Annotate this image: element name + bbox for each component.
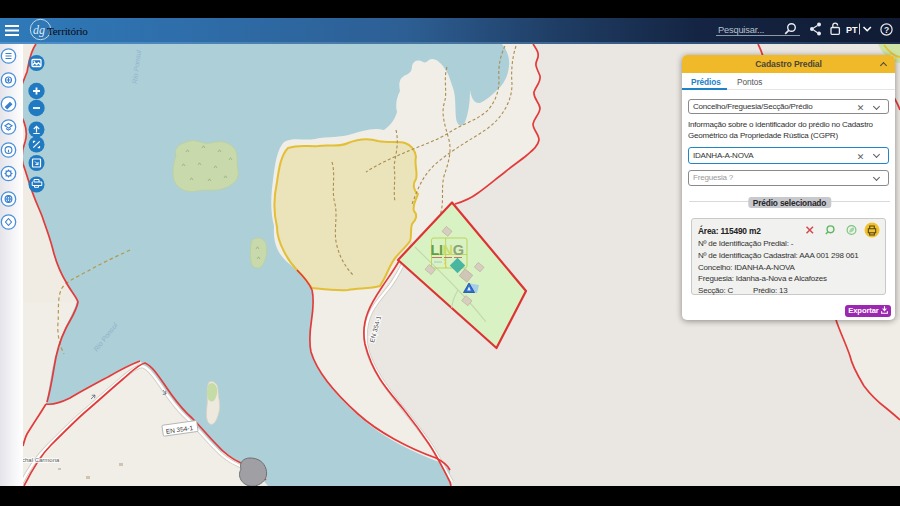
svg-text:Território: Território: [47, 25, 88, 37]
svg-text:LING: LING: [431, 242, 464, 258]
svg-text:?: ?: [884, 25, 889, 35]
svg-text:dg: dg: [33, 23, 45, 37]
svg-text:Pesquisar...: Pesquisar...: [718, 25, 764, 35]
svg-text:PT: PT: [846, 25, 858, 35]
svg-text:chal Carmona: chal Carmona: [22, 457, 60, 463]
